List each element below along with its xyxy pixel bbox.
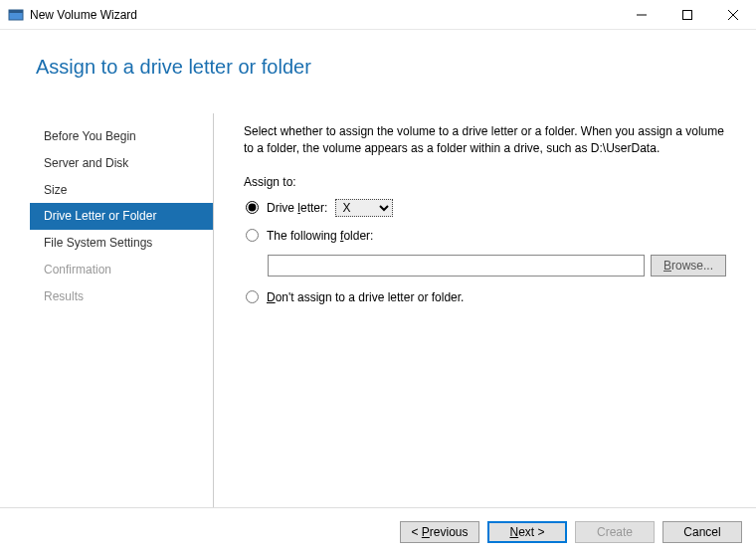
previous-button[interactable]: < Previous (400, 521, 479, 543)
sidebar-step-0[interactable]: Before You Begin (30, 123, 213, 150)
sidebar-step-6: Results (30, 283, 213, 310)
titlebar: New Volume Wizard (0, 0, 756, 30)
window-controls (619, 0, 756, 30)
dont-assign-radio[interactable] (246, 290, 259, 303)
page-title: Assign to a drive letter or folder (36, 56, 311, 79)
folder-label[interactable]: The following folder: (267, 229, 373, 243)
description-text: Select whether to assign the volume to a… (244, 123, 726, 157)
minimize-button[interactable] (619, 0, 664, 30)
folder-option: The following folder: (244, 229, 726, 243)
sidebar-step-5: Confirmation (30, 257, 213, 283)
folder-path-input[interactable] (268, 255, 645, 277)
sidebar-step-4[interactable]: File System Settings (30, 230, 213, 257)
svg-rect-1 (9, 10, 23, 13)
drive-letter-radio[interactable] (246, 201, 259, 214)
maximize-button[interactable] (664, 0, 710, 30)
sidebar-step-1[interactable]: Server and Disk (30, 150, 213, 177)
dont-assign-option: Don't assign to a drive letter or folder… (244, 290, 726, 304)
svg-rect-3 (683, 10, 692, 19)
wizard-icon (8, 7, 24, 23)
folder-radio[interactable] (246, 229, 259, 242)
cancel-button[interactable]: Cancel (662, 521, 742, 543)
drive-letter-option: Drive letter: X (244, 199, 726, 217)
dont-assign-label[interactable]: Don't assign to a drive letter or folder… (267, 290, 464, 304)
drive-letter-select[interactable]: X (335, 199, 393, 217)
detail-panel: Select whether to assign the volume to a… (214, 113, 726, 507)
browse-button[interactable]: Browse... (651, 255, 726, 277)
wizard-steps-sidebar: Before You BeginServer and DiskSizeDrive… (30, 113, 214, 507)
create-button: Create (575, 521, 655, 543)
drive-letter-label[interactable]: Drive letter: (267, 201, 327, 215)
wizard-footer: < Previous Next > Create Cancel (0, 507, 756, 555)
sidebar-step-3[interactable]: Drive Letter or Folder (30, 203, 213, 230)
window-title: New Volume Wizard (30, 8, 619, 22)
next-button[interactable]: Next > (487, 521, 567, 543)
sidebar-step-2[interactable]: Size (30, 177, 213, 204)
assign-to-label: Assign to: (244, 175, 726, 189)
close-button[interactable] (710, 0, 756, 30)
